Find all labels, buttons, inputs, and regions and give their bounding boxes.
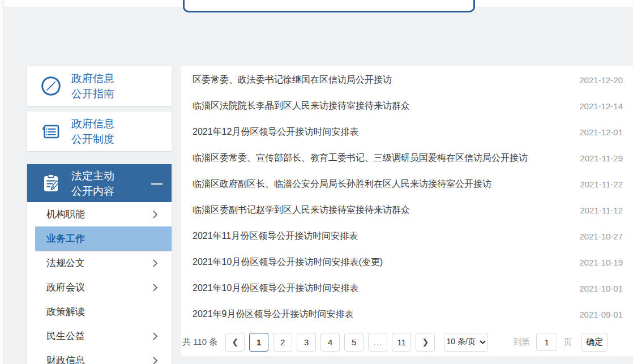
article-date: 2021-10-27 bbox=[572, 232, 623, 241]
article-date: 2021-11-12 bbox=[573, 205, 623, 215]
sidebar-menu: 机构职能 业务工作 法规公文 政府会议 政策解读 民生公益 财政信息 bbox=[27, 202, 172, 364]
article-list-panel: 区委常委、政法委书记徐继国在区信访局公开接访 2021-12-20 临淄区法院院… bbox=[181, 66, 633, 356]
article-title-link[interactable]: 临淄区委副书记赵学到区人民来访接待室接待来访群众 bbox=[193, 204, 410, 216]
sidebar-item-label: 政府信息 公开制度 bbox=[71, 116, 114, 147]
article-row[interactable]: 临淄区委常委、宣传部部长、教育工委书记、三级调研员国爱梅在区信访局公开接访 20… bbox=[181, 145, 633, 171]
sidebar-item-label: 政府信息 公开指南 bbox=[71, 71, 114, 101]
search-bar[interactable] bbox=[183, 0, 475, 12]
chevron-right-icon bbox=[152, 356, 158, 364]
compass-icon bbox=[40, 75, 62, 97]
article-row[interactable]: 2021年12月份区领导公开接访时间安排表 2021-12-01 bbox=[181, 119, 633, 145]
chevron-right-icon bbox=[152, 259, 158, 268]
sidebar-menu-item[interactable]: 机构职能 bbox=[27, 202, 172, 226]
prev-page-button[interactable]: ❮ bbox=[225, 333, 245, 352]
page-button[interactable]: 11 bbox=[392, 333, 411, 352]
search-input[interactable] bbox=[190, 0, 439, 12]
page-size-value: 10 条/页 bbox=[447, 337, 476, 347]
next-page-button[interactable]: ❯ bbox=[416, 333, 435, 352]
article-row[interactable]: 2021年9月份区领导公开接访时间安排表 2021-09-01 bbox=[181, 301, 633, 327]
pagination-bar: 共 110 条 ❮ 12345...11 ❯ 10 条/页 到第 页 确定 bbox=[182, 332, 633, 352]
sidebar-section-label: 法定主动 公开内容 bbox=[71, 168, 114, 199]
clipboard-pen-icon bbox=[40, 172, 62, 195]
chevron-right-icon bbox=[152, 210, 158, 219]
article-date: 2021-09-01 bbox=[572, 310, 623, 319]
article-date: 2021-12-01 bbox=[572, 127, 623, 137]
document-lines-icon bbox=[40, 120, 62, 143]
article-title-link[interactable]: 临淄区委常委、宣传部部长、教育工委书记、三级调研员国爱梅在区信访局公开接访 bbox=[193, 152, 528, 164]
page-button[interactable]: 1 bbox=[249, 333, 268, 352]
article-title-link[interactable]: 临淄区法院院长李晶到区人民来访接待室接待来访群众 bbox=[193, 100, 410, 112]
article-date: 2021-12-20 bbox=[572, 75, 623, 85]
article-row[interactable]: 2021年10月份区领导公开接访时间安排表(变更) 2021-10-19 bbox=[181, 249, 633, 275]
page-button[interactable]: 3 bbox=[297, 333, 316, 352]
menu-item-label: 政策解读 bbox=[46, 305, 85, 318]
article-title-link[interactable]: 区委常委、政法委书记徐继国在区信访局公开接访 bbox=[193, 74, 392, 86]
page-ellipsis[interactable]: ... bbox=[368, 333, 387, 352]
article-date: 2021-11-22 bbox=[573, 179, 623, 189]
chevron-down-icon bbox=[480, 340, 486, 344]
article-row[interactable]: 2021年11月份区领导公开接访时间安排表 2021-10-27 bbox=[181, 223, 633, 249]
page-button[interactable]: 5 bbox=[344, 333, 363, 352]
article-row[interactable]: 2021年10月份区领导公开接访时间安排表 2021-10-01 bbox=[181, 275, 633, 301]
menu-item-label: 法规公文 bbox=[46, 256, 85, 269]
menu-item-label: 业务工作 bbox=[46, 232, 85, 245]
sidebar-menu-item[interactable]: 业务工作 bbox=[35, 226, 172, 251]
article-row[interactable]: 临淄区政府副区长、临淄公安分局局长孙胜利在区人民来访接待室公开接访 2021-1… bbox=[181, 171, 633, 197]
goto-page-unit-label: 页 bbox=[563, 337, 572, 348]
article-date: 2021-11-29 bbox=[573, 153, 623, 163]
confirm-button[interactable]: 确定 bbox=[581, 333, 608, 352]
page-number-list: 12345...11 bbox=[249, 333, 416, 352]
article-row[interactable]: 区委常委、政法委书记徐继国在区信访局公开接访 2021-12-20 bbox=[181, 67, 633, 93]
sidebar-menu-item[interactable]: 政策解读 bbox=[27, 299, 172, 324]
article-date: 2021-10-19 bbox=[572, 258, 623, 267]
goto-page-input[interactable] bbox=[536, 333, 557, 351]
sidebar-item-disclosure-guide[interactable]: 政府信息 公开指南 bbox=[27, 66, 172, 106]
menu-item-label: 机构职能 bbox=[46, 208, 85, 221]
total-count-label: 共 110 条 bbox=[182, 337, 217, 348]
article-title-link[interactable]: 2021年12月份区领导公开接访时间安排表 bbox=[193, 126, 358, 138]
menu-item-label: 财政信息 bbox=[46, 354, 85, 364]
sidebar-item-disclosure-system[interactable]: 政府信息 公开制度 bbox=[27, 112, 172, 151]
article-title-link[interactable]: 2021年11月份区领导公开接访时间安排表 bbox=[193, 230, 358, 242]
article-title-link[interactable]: 临淄区政府副区长、临淄公安分局局长孙胜利在区人民来访接待室公开接访 bbox=[193, 178, 491, 190]
menu-item-label: 政府会议 bbox=[46, 281, 85, 294]
search-icon[interactable] bbox=[452, 0, 468, 2]
article-title-link[interactable]: 2021年10月份区领导公开接访时间安排表(变更) bbox=[193, 256, 383, 268]
sidebar-menu-item[interactable]: 民生公益 bbox=[27, 324, 172, 348]
article-date: 2021-12-14 bbox=[572, 101, 623, 111]
page-button[interactable]: 2 bbox=[273, 333, 292, 352]
article-row[interactable]: 临淄区委副书记赵学到区人民来访接待室接待来访群众 2021-11-12 bbox=[181, 197, 633, 223]
sidebar-menu-item[interactable]: 财政信息 bbox=[27, 348, 172, 364]
page-size-select[interactable]: 10 条/页 bbox=[444, 333, 488, 352]
page-left-edge bbox=[0, 0, 4, 364]
article-date: 2021-10-01 bbox=[572, 284, 623, 293]
collapse-minus-icon[interactable]: — bbox=[151, 177, 162, 190]
menu-item-label: 民生公益 bbox=[46, 329, 85, 342]
article-title-link[interactable]: 2021年10月份区领导公开接访时间安排表 bbox=[193, 282, 358, 294]
article-row[interactable]: 临淄区法院院长李晶到区人民来访接待室接待来访群众 2021-12-14 bbox=[181, 93, 633, 119]
article-list: 区委常委、政法委书记徐继国在区信访局公开接访 2021-12-20 临淄区法院院… bbox=[181, 67, 633, 327]
goto-page-label: 到第 bbox=[513, 337, 530, 348]
sidebar-section-legal-disclosure[interactable]: 法定主动 公开内容 — bbox=[27, 164, 172, 202]
chevron-right-icon bbox=[152, 332, 158, 341]
chevron-right-icon bbox=[152, 283, 158, 292]
sidebar-menu-item[interactable]: 法规公文 bbox=[27, 251, 172, 275]
article-title-link[interactable]: 2021年9月份区领导公开接访时间安排表 bbox=[193, 309, 354, 320]
page-button[interactable]: 4 bbox=[320, 333, 340, 352]
sidebar-menu-item[interactable]: 政府会议 bbox=[27, 275, 172, 299]
